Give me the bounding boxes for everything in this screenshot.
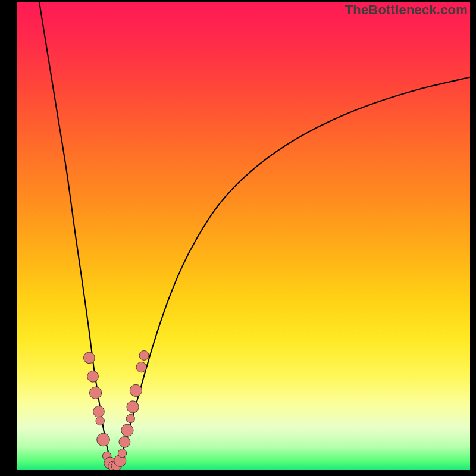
data-marker	[121, 424, 133, 436]
curve-right-branch	[115, 77, 470, 468]
data-marker	[136, 362, 146, 372]
data-marker	[96, 416, 104, 425]
data-marker	[126, 414, 134, 422]
data-marker	[87, 371, 99, 382]
curve-left-branch	[39, 2, 115, 468]
chart-frame: TheBottleneck.com	[0, 0, 476, 476]
plot-area	[17, 2, 470, 470]
watermark-text: TheBottleneck.com	[345, 2, 468, 18]
data-marker	[97, 433, 110, 446]
data-marker	[139, 350, 149, 360]
data-marker	[89, 387, 101, 399]
data-marker	[118, 449, 126, 457]
data-marker	[119, 436, 130, 447]
data-marker	[93, 406, 105, 417]
data-marker	[84, 352, 95, 364]
chart-svg	[17, 2, 470, 470]
data-marker	[127, 401, 139, 413]
data-marker	[130, 384, 142, 396]
